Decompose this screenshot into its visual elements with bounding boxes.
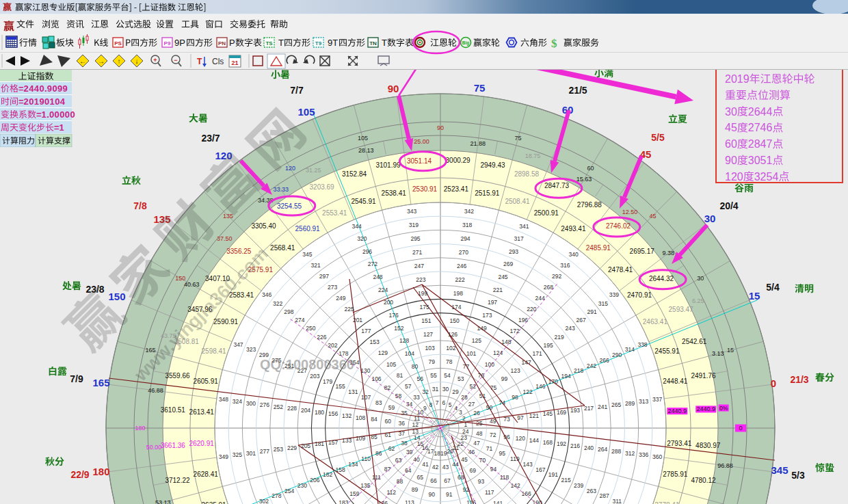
svg-text:77: 77 [463, 363, 470, 370]
svg-text:120: 120 [725, 171, 743, 183]
svg-text:7: 7 [436, 399, 439, 406]
svg-text:41: 41 [422, 461, 429, 468]
svg-text:345: 345 [302, 251, 312, 258]
svg-text:PN: PN [218, 40, 226, 47]
svg-text:28.13: 28.13 [358, 147, 374, 154]
svg-text:104: 104 [405, 350, 414, 357]
svg-text:PS: PS [114, 40, 122, 47]
svg-text:9: 9 [423, 405, 427, 412]
svg-text:288: 288 [611, 448, 621, 455]
svg-text:265: 265 [611, 401, 621, 408]
svg-text:74: 74 [499, 399, 506, 406]
svg-text:35: 35 [401, 410, 408, 416]
svg-text:2847.73: 2847.73 [544, 182, 570, 189]
svg-text:228: 228 [287, 405, 297, 412]
svg-text:226: 226 [317, 334, 326, 341]
svg-text:60: 60 [587, 165, 594, 172]
svg-text:9P: 9P [174, 38, 185, 48]
svg-text:264: 264 [598, 446, 607, 453]
svg-text:2613.41: 2613.41 [189, 408, 215, 416]
svg-text:TS: TS [265, 40, 273, 47]
svg-text:204: 204 [301, 407, 310, 414]
svg-text:↓: ↓ [135, 57, 139, 65]
svg-text:292: 292 [552, 273, 561, 280]
svg-text:338: 338 [637, 341, 647, 348]
svg-text:2440.9: 2440.9 [668, 408, 687, 414]
svg-text:182: 182 [323, 471, 332, 478]
svg-text:2019: 2019 [725, 73, 750, 85]
svg-text:2478.41: 2478.41 [608, 266, 633, 274]
svg-text:3305.40: 3305.40 [251, 222, 276, 230]
svg-text:324: 324 [233, 398, 242, 405]
svg-text:2644.32: 2644.32 [649, 275, 674, 282]
svg-text:191: 191 [548, 471, 558, 478]
svg-text:5/5: 5/5 [651, 132, 665, 143]
svg-text:345: 345 [771, 464, 788, 476]
svg-text:193: 193 [570, 407, 580, 414]
svg-text:6.25: 6.25 [692, 297, 704, 304]
svg-text:76: 76 [478, 372, 485, 379]
svg-text:147: 147 [522, 359, 531, 366]
svg-text:37.50: 37.50 [217, 235, 233, 242]
svg-text:156: 156 [328, 410, 338, 417]
svg-text:83: 83 [375, 399, 382, 406]
svg-text:0: 0 [65, 109, 70, 120]
svg-text:7/9: 7/9 [70, 373, 83, 384]
svg-text:107: 107 [361, 394, 371, 401]
svg-text:20/4: 20/4 [719, 200, 738, 211]
svg-text:110: 110 [361, 455, 371, 462]
svg-text:24: 24 [462, 428, 469, 435]
svg-text:190: 190 [533, 499, 542, 504]
svg-text:2545.91: 2545.91 [351, 198, 376, 205]
svg-text:↑: ↑ [118, 57, 121, 65]
svg-text:3152.84: 3152.84 [342, 170, 367, 178]
svg-text:142: 142 [511, 482, 520, 489]
svg-text:2485.91: 2485.91 [586, 244, 611, 252]
svg-text:105: 105 [386, 361, 396, 368]
svg-text:194: 194 [561, 373, 571, 380]
svg-text:46: 46 [468, 449, 475, 455]
svg-text:206: 206 [310, 477, 319, 483]
svg-text:QQ:100800360: QQ:100800360 [260, 357, 354, 372]
svg-text:47: 47 [473, 440, 480, 447]
svg-text:2778.41: 2778.41 [654, 501, 680, 504]
svg-text:T: T [382, 38, 387, 48]
svg-text:195: 195 [544, 342, 553, 349]
svg-text:0: 0 [739, 425, 742, 432]
svg-text:34: 34 [406, 401, 413, 408]
svg-text:266: 266 [600, 357, 609, 364]
svg-text:87: 87 [384, 466, 391, 473]
svg-text:100: 100 [485, 361, 494, 368]
svg-text:28: 28 [461, 394, 468, 401]
svg-text:18: 18 [434, 450, 440, 457]
svg-text:2455.91: 2455.91 [654, 347, 680, 355]
svg-text:178: 178 [339, 350, 348, 357]
svg-text:3712.22: 3712.22 [165, 477, 190, 484]
svg-text:148: 148 [501, 339, 511, 345]
svg-text:152: 152 [394, 325, 403, 332]
svg-text:242: 242 [587, 362, 596, 369]
svg-text:1: 1 [34, 96, 39, 107]
svg-text:170: 170 [548, 378, 558, 385]
svg-text:2470.91: 2470.91 [627, 291, 652, 299]
svg-text:81: 81 [397, 372, 403, 379]
svg-text:298: 298 [284, 308, 293, 315]
svg-text:130: 130 [360, 367, 370, 374]
svg-text:123: 123 [511, 367, 520, 374]
svg-text:198: 198 [453, 290, 463, 297]
svg-text:205: 205 [301, 442, 310, 449]
svg-text:44: 44 [452, 461, 459, 468]
svg-text:216: 216 [570, 442, 580, 449]
svg-text:2560.91: 2560.91 [295, 225, 321, 233]
svg-text:63: 63 [395, 457, 402, 464]
svg-text:2598.41: 2598.41 [202, 347, 227, 355]
svg-text:3254: 3254 [754, 171, 779, 183]
svg-text:0: 0 [55, 96, 59, 107]
svg-text:118: 118 [500, 474, 509, 481]
svg-text:254: 254 [284, 488, 294, 494]
svg-text:3051: 3051 [748, 155, 773, 166]
svg-text:221: 221 [493, 287, 503, 293]
svg-text:135: 135 [360, 482, 370, 489]
svg-text:0: 0 [59, 109, 64, 120]
svg-text:122: 122 [523, 388, 533, 395]
